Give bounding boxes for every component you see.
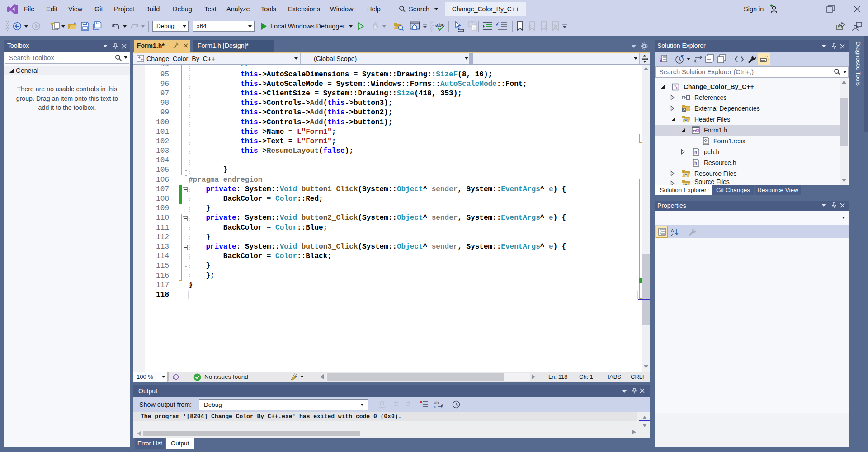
svg-text:Z: Z (671, 233, 674, 237)
svg-text:h: h (694, 161, 697, 166)
svg-text:A: A (671, 228, 674, 233)
svg-text:c: c (434, 404, 436, 409)
svg-text:h: h (694, 150, 697, 155)
svg-text:abc: abc (435, 22, 445, 28)
